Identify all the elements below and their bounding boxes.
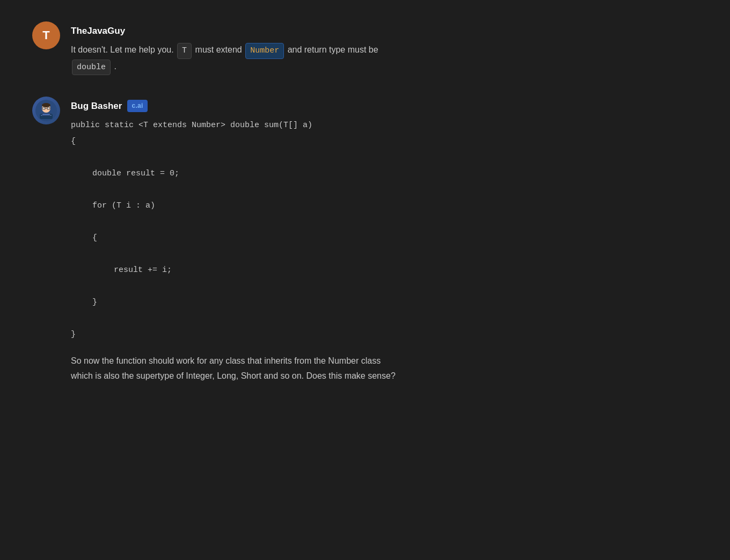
bot-message: Bug Basher c.ai public static <T extends… <box>32 97 698 383</box>
code-line-9 <box>71 278 698 294</box>
code-line-12: } <box>71 327 698 343</box>
code-line-10: } <box>71 294 698 311</box>
bot-avatar-image <box>32 97 60 124</box>
chat-container: T TheJavaGuy It doesn't. Let me help you… <box>0 0 730 426</box>
code-line-4: for (T i : a) <box>71 198 698 214</box>
bot-username: Bug Basher <box>71 99 122 113</box>
closing-line-2: which is also the supertype of Integer, … <box>71 369 698 383</box>
period-text: . <box>114 62 116 71</box>
must-extend-text: must extend <box>195 45 242 54</box>
code-line-11 <box>71 311 698 327</box>
code-line-1 <box>71 150 698 166</box>
bot-avatar <box>32 97 60 124</box>
svg-point-8 <box>48 108 49 109</box>
svg-rect-11 <box>42 114 50 115</box>
bot-message-body: public static <T extends Number> double … <box>71 117 698 382</box>
user-message-body: It doesn't. Let me help you. T must exte… <box>71 42 698 75</box>
svg-point-3 <box>42 103 50 107</box>
closing-line-1: So now the function should work for any … <box>71 353 698 368</box>
avatar-letter: T <box>42 26 49 45</box>
code-line-2: double result = 0; <box>71 166 698 182</box>
code-line-5 <box>71 214 698 230</box>
code-line-7 <box>71 246 698 262</box>
code-signature: public static <T extends Number> double … <box>71 117 698 134</box>
user-message: T TheJavaGuy It doesn't. Let me help you… <box>32 21 698 75</box>
bot-message-content: Bug Basher c.ai public static <T extends… <box>71 97 698 383</box>
code-line-0: { <box>71 134 698 150</box>
user-username: TheJavaGuy <box>71 24 125 38</box>
svg-point-7 <box>43 108 45 109</box>
intro-text: It doesn't. Let me help you. <box>71 45 174 54</box>
number-token: Number <box>245 43 284 59</box>
t-token: T <box>177 43 192 59</box>
user-message-header: TheJavaGuy <box>71 24 698 38</box>
bot-badge: c.ai <box>127 100 147 112</box>
user-message-content: TheJavaGuy It doesn't. Let me help you. … <box>71 21 698 75</box>
code-line-6: { <box>71 230 698 246</box>
and-return-text: and return type must be <box>288 45 378 54</box>
code-line-3 <box>71 182 698 198</box>
bot-message-header: Bug Basher c.ai <box>71 99 698 113</box>
bot-avatar-icon <box>35 100 57 121</box>
code-line-8: result += i; <box>71 262 698 278</box>
bot-closing-text: So now the function should work for any … <box>71 353 698 382</box>
code-block: public static <T extends Number> double … <box>71 117 698 343</box>
user-avatar: T <box>32 21 60 49</box>
double-token: double <box>72 60 111 76</box>
